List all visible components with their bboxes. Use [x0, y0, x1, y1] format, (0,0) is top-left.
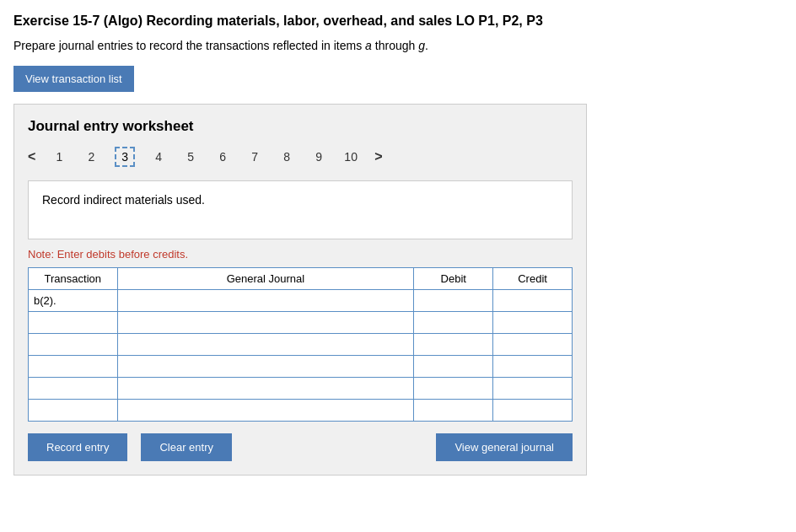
row-4-credit-input[interactable]: [493, 356, 573, 378]
table-row: [29, 378, 573, 400]
prev-page-arrow[interactable]: <: [28, 149, 35, 164]
page-8[interactable]: 8: [278, 150, 295, 164]
page-4[interactable]: 4: [150, 150, 167, 164]
table-row: [29, 400, 573, 422]
page-3-active[interactable]: 3: [115, 147, 135, 167]
col-header-debit: Debit: [414, 268, 493, 290]
row-2-general-journal-input[interactable]: [117, 312, 414, 334]
row-5-general-journal-input[interactable]: [117, 378, 414, 400]
bottom-buttons: Record entry Clear entry View general jo…: [28, 433, 573, 461]
next-page-arrow[interactable]: >: [374, 149, 382, 164]
row-1-general-journal-input[interactable]: [117, 290, 414, 312]
table-row: b(2).: [29, 290, 573, 312]
view-transaction-button[interactable]: View transaction list: [13, 66, 134, 92]
worksheet-container: Journal entry worksheet < 1 2 3 4 5 6 7 …: [13, 104, 587, 476]
col-header-general-journal: General Journal: [117, 268, 414, 290]
instruction-box: Record indirect materials used.: [28, 180, 573, 239]
table-row: [29, 356, 573, 378]
page-2[interactable]: 2: [83, 150, 100, 164]
row-3-transaction: [29, 334, 118, 356]
row-4-transaction: [29, 356, 118, 378]
row-6-transaction: [29, 400, 118, 422]
col-header-credit: Credit: [493, 268, 573, 290]
row-5-credit-input[interactable]: [493, 378, 573, 400]
page-10[interactable]: 10: [342, 150, 359, 164]
row-3-credit-input[interactable]: [493, 334, 573, 356]
row-6-general-journal-input[interactable]: [117, 400, 414, 422]
row-3-debit-input[interactable]: [414, 334, 493, 356]
row-1-transaction: b(2).: [29, 290, 118, 312]
pagination: < 1 2 3 4 5 6 7 8 9 10 >: [28, 147, 573, 167]
worksheet-title: Journal entry worksheet: [28, 118, 573, 135]
record-entry-button[interactable]: Record entry: [28, 433, 127, 461]
table-row: [29, 312, 573, 334]
table-row: [29, 334, 573, 356]
journal-table: Transaction General Journal Debit Credit…: [28, 267, 573, 422]
note-text: Note: Enter debits before credits.: [28, 248, 573, 261]
page-title: Exercise 15-7 (Algo) Recording materials…: [13, 13, 783, 29]
instruction-text: Record indirect materials used.: [42, 193, 205, 207]
row-2-transaction: [29, 312, 118, 334]
row-2-credit-input[interactable]: [493, 312, 573, 334]
row-3-general-journal-input[interactable]: [117, 334, 414, 356]
subtitle: Prepare journal entries to record the tr…: [13, 39, 783, 52]
row-2-debit-input[interactable]: [414, 312, 493, 334]
page-7[interactable]: 7: [246, 150, 263, 164]
row-6-credit-input[interactable]: [493, 400, 573, 422]
page-5[interactable]: 5: [182, 150, 199, 164]
row-4-general-journal-input[interactable]: [117, 356, 414, 378]
clear-entry-button[interactable]: Clear entry: [141, 433, 232, 461]
row-6-debit-input[interactable]: [414, 400, 493, 422]
row-1-debit-input[interactable]: [414, 290, 493, 312]
col-header-transaction: Transaction: [29, 268, 118, 290]
row-5-transaction: [29, 378, 118, 400]
page-6[interactable]: 6: [214, 150, 231, 164]
view-general-journal-button[interactable]: View general journal: [436, 433, 573, 461]
row-4-debit-input[interactable]: [414, 356, 493, 378]
page-9[interactable]: 9: [310, 150, 327, 164]
page-1[interactable]: 1: [51, 150, 67, 164]
row-5-debit-input[interactable]: [414, 378, 493, 400]
row-1-credit-input[interactable]: [493, 290, 573, 312]
